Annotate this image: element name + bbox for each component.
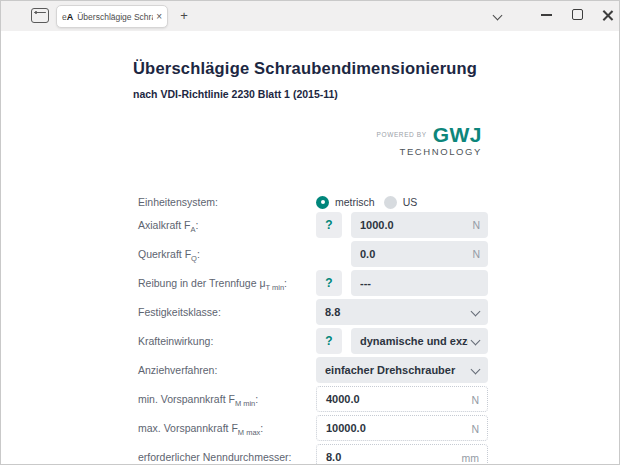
chevron-down-icon: [471, 365, 481, 375]
eassistant-favicon: eA: [62, 12, 73, 22]
browser-tab[interactable]: eA Überschlägige Schraubendimen ×: [56, 5, 168, 28]
axial-force-input[interactable]: [351, 212, 488, 238]
friction-input[interactable]: [351, 270, 488, 296]
tab-close-icon[interactable]: ×: [156, 12, 162, 22]
input-field: [351, 270, 488, 296]
nominal-diameter-output: 8.0 mm: [316, 444, 488, 465]
tab-overview-icon[interactable]: [31, 8, 49, 23]
field-label: Krafteinwirkung:: [138, 328, 213, 354]
technology-label: TECHNOLOGY: [372, 146, 482, 157]
unit-label: N: [471, 387, 479, 413]
strength-class-select[interactable]: 8.8: [316, 299, 488, 325]
field-label: Festigkeitsklasse:: [138, 299, 221, 325]
field-label: erforderlicher Nenndurchmesser:: [138, 444, 292, 465]
min-preload-output: 4000.0 N: [316, 386, 488, 412]
browser-toolbar: eA Überschlägige Schraubendimen × +: [1, 1, 619, 32]
chevron-down-icon: [471, 336, 481, 346]
tightening-method-select[interactable]: einfacher Drehschrauber: [316, 357, 488, 383]
select-value: einfacher Drehschrauber: [325, 357, 468, 383]
form-row: erforderlicher Nenndurchmesser: 8.0 mm: [138, 444, 488, 465]
unit-label: N: [472, 241, 480, 267]
select-value: 8.8: [325, 299, 468, 325]
unit-label: mm: [462, 445, 480, 465]
gwj-logo-icon: GWJ: [433, 124, 482, 145]
close-icon[interactable]: [601, 7, 615, 23]
output-value: 4000.0: [326, 387, 360, 411]
radio-label: metrisch: [335, 196, 375, 208]
load-type-select[interactable]: dynamische und exzent: [351, 328, 488, 354]
help-button[interactable]: ?: [316, 328, 342, 354]
form-row: Anziehverfahren: einfacher Drehschrauber: [138, 357, 488, 383]
page-content: Überschlägige Schraubendimensionierung n…: [1, 31, 619, 464]
chevron-down-icon: [471, 307, 481, 317]
shear-force-input[interactable]: [351, 241, 488, 267]
minimize-icon[interactable]: [541, 14, 552, 16]
new-tab-button[interactable]: +: [174, 6, 194, 26]
form-row: min. Vorspannkraft FM min: 4000.0 N: [138, 386, 488, 412]
input-field: N: [351, 212, 488, 238]
field-label: Anziehverfahren:: [138, 357, 217, 383]
unit-label: N: [471, 416, 479, 442]
field-label: Querkraft FQ:: [138, 241, 200, 267]
radio-unselected-icon: [384, 196, 397, 209]
page-subtitle: nach VDI-Richtlinie 2230 Blatt 1 (2015-1…: [133, 88, 338, 100]
field-label: max. Vorspannkraft FM max:: [138, 415, 263, 441]
radio-us[interactable]: US: [384, 196, 418, 209]
unit-label: N: [472, 212, 480, 238]
form-row: Axialkraft FA: ? N: [138, 212, 488, 238]
input-field: N: [351, 241, 488, 267]
tab-title: Überschlägige Schraubendimen: [77, 12, 153, 22]
tab-list-chevron-icon[interactable]: [490, 9, 506, 23]
gwj-technology-logo: POWERED BY GWJ TECHNOLOGY: [372, 124, 482, 157]
radio-label: US: [403, 196, 418, 208]
field-label: min. Vorspannkraft FM min:: [138, 386, 258, 412]
field-label: Axialkraft FA:: [138, 212, 198, 238]
page-title: Überschlägige Schraubendimensionierung: [133, 59, 477, 78]
unit-system-radio-group: metrisch US: [316, 192, 417, 212]
radio-selected-icon: [316, 196, 329, 209]
help-button[interactable]: ?: [316, 212, 342, 238]
field-label: Reibung in der Trennfuge μT min:: [138, 270, 287, 296]
form-row: Querkraft FQ: N: [138, 241, 488, 267]
output-value: 8.0: [326, 445, 341, 465]
form-row: Reibung in der Trennfuge μT min: ?: [138, 270, 488, 296]
form-row: max. Vorspannkraft FM max: 10000.0 N: [138, 415, 488, 441]
output-value: 10000.0: [326, 416, 366, 440]
maximize-icon[interactable]: [572, 9, 583, 20]
form-row: Festigkeitsklasse: 8.8: [138, 299, 488, 325]
help-button[interactable]: ?: [316, 270, 342, 296]
max-preload-output: 10000.0 N: [316, 415, 488, 441]
form-row: Krafteinwirkung: ? dynamische und exzent: [138, 328, 488, 354]
radio-metric[interactable]: metrisch: [316, 196, 375, 209]
powered-by-label: POWERED BY: [377, 131, 427, 138]
select-value: dynamische und exzent: [360, 328, 468, 354]
browser-window: eA Überschlägige Schraubendimen × + Über…: [0, 0, 620, 465]
